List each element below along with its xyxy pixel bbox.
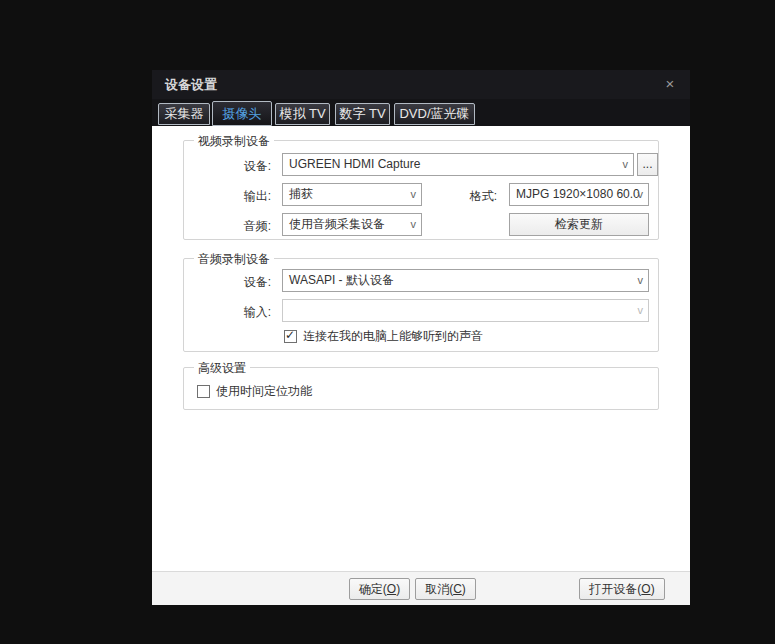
dropdown-arrow-icon: v	[638, 184, 644, 205]
dialog-content: 视频录制设备 设备: UGREEN HDMI Capture v ... 输出:…	[152, 126, 690, 571]
cancel-label-close: )	[462, 582, 466, 596]
format-label: 格式:	[447, 188, 497, 205]
desktop-background: { "window": { "title": "设备设置" }, "icons"…	[0, 0, 775, 644]
cancel-label: 取消(	[425, 582, 453, 596]
audio-input-select[interactable]: v	[282, 299, 649, 322]
ok-mnemonic: O	[387, 582, 396, 596]
tab-bar: 采集器 摄像头 模拟 TV 数字 TV DVD/蓝光碟	[152, 99, 690, 126]
open-device-mnemonic: O	[641, 582, 650, 596]
dialog-footer: 确定(O) 取消(C) 打开设备(O)	[152, 571, 690, 605]
title-bar: 设备设置 ×	[152, 70, 690, 99]
audio-device-label: 设备:	[221, 274, 271, 291]
audio-source-value: 使用音频采集设备	[289, 217, 385, 231]
ok-label: 确定(	[359, 582, 387, 596]
close-icon: ×	[666, 75, 675, 92]
audio-input-label: 输入:	[221, 304, 271, 321]
close-button[interactable]: ×	[655, 70, 685, 99]
ellipsis-icon: ...	[642, 157, 652, 171]
device-settings-dialog: 设备设置 × 采集器 摄像头 模拟 TV 数字 TV DVD/蓝光碟 视频录制设…	[152, 70, 690, 605]
dropdown-arrow-icon: v	[638, 300, 644, 321]
audio-device-select[interactable]: WASAPI - 默认设备 v	[282, 269, 649, 292]
video-recording-device-group: 视频录制设备 设备: UGREEN HDMI Capture v ... 输出:…	[183, 140, 659, 240]
tab-analog-tv[interactable]: 模拟 TV	[275, 103, 330, 125]
tab-dvd-bluray[interactable]: DVD/蓝光碟	[394, 103, 475, 125]
listen-on-computer-checkbox[interactable]: ✓ 连接在我的电脑上能够听到的声音	[284, 329, 483, 343]
dialog-title: 设备设置	[152, 70, 690, 99]
format-select[interactable]: MJPG 1920×1080 60.0 v	[509, 183, 649, 206]
tab-webcam[interactable]: 摄像头	[212, 101, 272, 126]
refresh-update-button[interactable]: 检索更新	[509, 213, 649, 236]
refresh-update-label: 检索更新	[555, 217, 603, 231]
dropdown-arrow-icon: v	[623, 154, 629, 175]
dropdown-arrow-icon: v	[411, 184, 417, 205]
audio-device-value: WASAPI - 默认设备	[289, 273, 394, 287]
audio-recording-device-group: 音频录制设备 设备: WASAPI - 默认设备 v 输入: v ✓ 连接在我的…	[183, 258, 659, 352]
advanced-settings-group: 高级设置 使用时间定位功能	[183, 367, 659, 410]
checkmark-icon: ✓	[285, 328, 295, 342]
cancel-button[interactable]: 取消(C)	[415, 578, 476, 600]
dropdown-arrow-icon: v	[638, 270, 644, 291]
advanced-group-title: 高级设置	[194, 360, 250, 377]
timeshift-label: 使用时间定位功能	[216, 383, 312, 400]
checkbox-box[interactable]	[197, 385, 210, 398]
output-label: 输出:	[221, 188, 271, 205]
timeshift-checkbox[interactable]: 使用时间定位功能	[197, 384, 312, 398]
ok-button[interactable]: 确定(O)	[349, 578, 410, 600]
video-device-browse-button[interactable]: ...	[637, 153, 658, 176]
open-device-button[interactable]: 打开设备(O)	[579, 578, 665, 600]
video-group-title: 视频录制设备	[194, 133, 274, 150]
output-value: 捕获	[289, 187, 313, 201]
open-device-label: 打开设备(	[589, 582, 641, 596]
video-device-select[interactable]: UGREEN HDMI Capture v	[282, 153, 634, 176]
output-select[interactable]: 捕获 v	[282, 183, 422, 206]
dropdown-arrow-icon: v	[411, 214, 417, 235]
audio-source-select[interactable]: 使用音频采集设备 v	[282, 213, 422, 236]
audio-source-label: 音频:	[221, 218, 271, 235]
tab-capture-device[interactable]: 采集器	[158, 103, 210, 125]
listen-on-computer-label: 连接在我的电脑上能够听到的声音	[303, 328, 483, 345]
video-device-label: 设备:	[221, 158, 271, 175]
open-device-label-close: )	[651, 582, 655, 596]
ok-label-close: )	[396, 582, 400, 596]
cancel-mnemonic: C	[453, 582, 462, 596]
video-device-value: UGREEN HDMI Capture	[289, 157, 420, 171]
checkbox-box[interactable]: ✓	[284, 330, 297, 343]
format-value: MJPG 1920×1080 60.0	[516, 187, 640, 201]
audio-group-title: 音频录制设备	[194, 251, 274, 268]
tab-digital-tv[interactable]: 数字 TV	[335, 103, 390, 125]
